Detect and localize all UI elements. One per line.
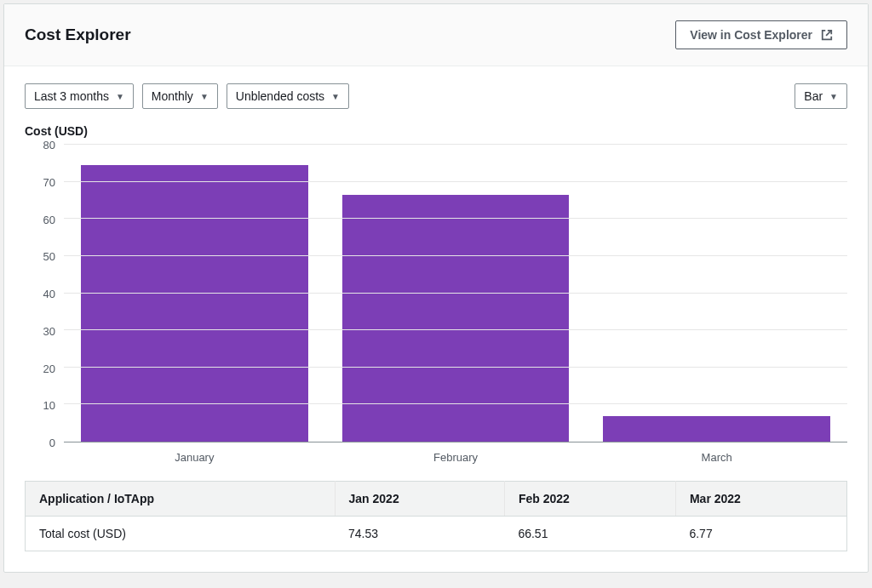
date-range-select[interactable]: Last 3 months ▼ — [25, 83, 134, 109]
y-axis: 01020304050607080 — [25, 145, 64, 442]
chart-area: 01020304050607080 — [25, 145, 847, 442]
date-range-label: Last 3 months — [34, 89, 109, 103]
granularity-label: Monthly — [152, 89, 193, 103]
y-tick: 40 — [43, 288, 55, 300]
bars-container — [64, 145, 847, 442]
panel-body: Last 3 months ▼ Monthly ▼ Unblended cost… — [4, 66, 868, 572]
x-label: February — [325, 451, 587, 464]
y-tick: 70 — [43, 175, 55, 188]
x-axis-labels: JanuaryFebruaryMarch — [64, 451, 847, 464]
grid-line — [64, 255, 847, 256]
y-tick: 60 — [43, 213, 55, 225]
y-tick: 10 — [43, 399, 55, 412]
row-value: 66.51 — [504, 517, 675, 551]
bar-slot — [586, 145, 847, 442]
cost-type-label: Unblended costs — [236, 89, 324, 103]
x-label: January — [64, 451, 325, 464]
grid-line — [64, 218, 847, 219]
bar-slot — [325, 145, 587, 442]
row-label: Total cost (USD) — [26, 517, 336, 551]
y-tick: 80 — [43, 139, 55, 151]
row-value: 6.77 — [675, 517, 846, 551]
panel-header: Cost Explorer View in Cost Explorer — [4, 4, 868, 66]
cost-table: Application / IoTAppJan 2022Feb 2022Mar … — [25, 481, 847, 551]
grid-line — [64, 329, 847, 330]
view-button-label: View in Cost Explorer — [690, 28, 812, 42]
bar-february[interactable] — [342, 195, 570, 442]
grid-line — [64, 181, 847, 182]
grid-line — [64, 403, 847, 404]
filter-row: Last 3 months ▼ Monthly ▼ Unblended cost… — [25, 83, 847, 109]
table-row: Total cost (USD)74.5366.516.77 — [26, 517, 847, 551]
chart-type-label: Bar — [804, 89, 823, 103]
table-header: Mar 2022 — [675, 482, 846, 517]
view-in-cost-explorer-button[interactable]: View in Cost Explorer — [675, 20, 847, 49]
bar-january[interactable] — [81, 165, 308, 442]
y-tick: 50 — [43, 250, 55, 263]
page-title: Cost Explorer — [25, 26, 131, 44]
caret-down-icon: ▼ — [829, 92, 838, 101]
cost-explorer-panel: Cost Explorer View in Cost Explorer Last… — [3, 3, 869, 573]
row-value: 74.53 — [335, 517, 504, 551]
chart-title: Cost (USD) — [25, 124, 847, 138]
table-header: Application / IoTApp — [26, 482, 336, 517]
plot-area — [64, 145, 847, 442]
grid-line — [64, 144, 847, 145]
external-link-icon — [821, 29, 833, 41]
table-header: Jan 2022 — [335, 482, 504, 517]
x-label: March — [586, 451, 847, 464]
caret-down-icon: ▼ — [200, 92, 209, 101]
y-tick: 20 — [43, 362, 55, 374]
y-tick: 0 — [49, 437, 55, 449]
table-body: Total cost (USD)74.5366.516.77 — [26, 517, 847, 551]
grid-line — [64, 367, 847, 368]
table-header-row: Application / IoTAppJan 2022Feb 2022Mar … — [26, 482, 847, 517]
granularity-select[interactable]: Monthly ▼ — [142, 83, 218, 109]
caret-down-icon: ▼ — [116, 92, 124, 101]
chart-type-select[interactable]: Bar ▼ — [795, 83, 847, 109]
y-tick: 30 — [43, 324, 55, 337]
bar-slot — [64, 145, 325, 442]
grid-line — [64, 293, 847, 294]
caret-down-icon: ▼ — [331, 92, 340, 101]
table-header: Feb 2022 — [504, 482, 675, 517]
bar-march[interactable] — [603, 416, 830, 442]
cost-type-select[interactable]: Unblended costs ▼ — [227, 83, 349, 109]
